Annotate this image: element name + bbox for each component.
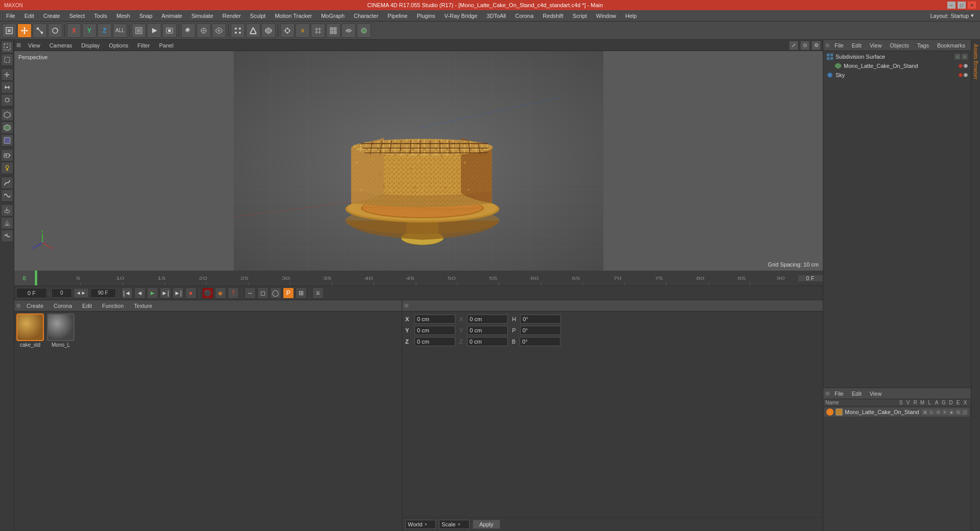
me-tab-edit[interactable]: Edit: [78, 302, 96, 310]
minimize-button[interactable]: −: [947, 2, 955, 9]
coord-x-size-field[interactable]: 0 cm: [467, 315, 508, 324]
vp-tab-view[interactable]: View: [24, 41, 44, 50]
scene-obj-sky[interactable]: Sky: [824, 70, 970, 80]
menu-motion-tracker[interactable]: Motion Tracker: [271, 12, 316, 20]
coord-z-size-field[interactable]: 0 cm: [467, 337, 508, 346]
lt-sculpt3[interactable]: [1, 230, 13, 242]
menu-help[interactable]: Help: [621, 12, 641, 20]
lt-selection[interactable]: [1, 41, 13, 53]
lt-move[interactable]: ✛: [1, 68, 13, 81]
coord-h-field[interactable]: 0°: [520, 315, 561, 324]
tb-edge-mode[interactable]: [246, 23, 260, 38]
mat-mgr-file[interactable]: File: [831, 390, 847, 397]
coord-y-size-field[interactable]: 0 cm: [467, 326, 508, 335]
menu-snap[interactable]: Snap: [135, 12, 157, 20]
tb-display-gouraud[interactable]: [181, 23, 195, 38]
mat-icon-6[interactable]: ⊡: [955, 409, 961, 415]
obj-mgr-tags[interactable]: Tags: [914, 42, 932, 49]
mat-icon-7[interactable]: ◻: [962, 409, 968, 415]
apply-button[interactable]: Apply: [473, 520, 500, 529]
coord-world-dropdown[interactable]: World ▾: [405, 520, 436, 529]
tb-point-mode[interactable]: [231, 23, 245, 38]
menu-edit[interactable]: Edit: [20, 12, 38, 20]
tb-more2[interactable]: [341, 23, 356, 38]
mat-icon-1[interactable]: ⊞: [922, 409, 928, 415]
material-item-mono[interactable]: Mono_L: [47, 313, 75, 348]
tb-rotate-tool[interactable]: [48, 23, 62, 38]
menu-mesh[interactable]: Mesh: [112, 12, 134, 20]
menu-create[interactable]: Create: [39, 12, 64, 20]
timeline-ruler[interactable]: 5 10 15 20 25 30 35 40 45 50 55 60 65 70: [35, 271, 797, 285]
lt-camera[interactable]: [1, 149, 13, 161]
cake-dot1[interactable]: [959, 64, 963, 68]
transport-go-start[interactable]: |◄: [121, 287, 133, 299]
transport-snap-k2[interactable]: ◻: [257, 287, 268, 299]
lt-scale[interactable]: [1, 81, 13, 93]
me-tab-create[interactable]: Create: [22, 302, 47, 310]
coord-x-pos-field[interactable]: 0 cm: [414, 315, 455, 324]
scene-obj-subdivision[interactable]: Subdivision Surface ✓ ✓: [824, 52, 970, 61]
transport-step-back[interactable]: ◄: [134, 287, 145, 299]
coord-b-field[interactable]: 0°: [520, 337, 560, 346]
lt-nurbs[interactable]: [1, 189, 13, 202]
transport-step-forward[interactable]: ►|: [160, 287, 171, 299]
vp-ctrl-3[interactable]: ⚙: [812, 41, 821, 50]
tb-snap[interactable]: [280, 23, 295, 38]
coord-p-field[interactable]: 0°: [520, 326, 561, 335]
menu-simulate[interactable]: Simulate: [187, 12, 217, 20]
tb-all-axes[interactable]: ALL: [113, 23, 127, 38]
transport-snap-k4[interactable]: P: [283, 287, 294, 299]
coord-scale-dropdown[interactable]: Scale ▾: [439, 520, 470, 529]
menu-3dtoall[interactable]: 3DToAll: [482, 12, 510, 20]
menu-character[interactable]: Character: [350, 12, 382, 20]
viewport-3d[interactable]: X Y Z Perspective Grid Spacing: 10 cm: [14, 51, 823, 271]
obj-mgr-objects[interactable]: Objects: [887, 42, 912, 49]
lt-polygon[interactable]: [1, 122, 13, 134]
mat-mgr-edit[interactable]: Edit: [849, 390, 865, 397]
mat-icon-5[interactable]: ◈: [948, 409, 954, 415]
lt-light[interactable]: [1, 162, 13, 174]
transport-key1[interactable]: ◈: [215, 287, 226, 299]
menu-corona[interactable]: Corona: [511, 12, 537, 20]
coord-z-pos-field[interactable]: 0 cm: [414, 337, 455, 346]
transport-go-end[interactable]: ►|: [173, 287, 184, 299]
obj-mgr-file[interactable]: File: [831, 42, 847, 49]
close-button[interactable]: ✕: [968, 2, 976, 9]
tb-x-axis[interactable]: X: [67, 23, 81, 38]
material-row-cake[interactable]: Mono_Latte_Cake_On_Stand ⊞ ▷ ⊙ ≡ ◈ ⊡ ◻: [824, 407, 970, 417]
transport-play-forward[interactable]: ►: [147, 287, 158, 299]
menu-vray[interactable]: V-Ray Bridge: [440, 12, 482, 20]
transport-snap-k3[interactable]: ◯: [270, 287, 281, 299]
me-tab-function[interactable]: Function: [98, 302, 128, 310]
obj-mgr-bookmarks[interactable]: Bookmarks: [934, 42, 968, 49]
current-frame-field[interactable]: 0 F: [16, 288, 47, 298]
transport-snap-k5[interactable]: ⊞: [296, 287, 307, 299]
menu-script[interactable]: Script: [569, 12, 591, 20]
lt-sculpt2[interactable]: [1, 217, 13, 229]
tb-coord-system[interactable]: S: [296, 23, 310, 38]
obj-mgr-view[interactable]: View: [867, 42, 885, 49]
tb-y-axis[interactable]: Y: [82, 23, 96, 38]
me-tab-corona[interactable]: Corona: [50, 302, 76, 310]
sub-checkmark2[interactable]: ✓: [962, 54, 968, 60]
lt-rectangle-sel[interactable]: [1, 54, 13, 66]
menu-window[interactable]: Window: [592, 12, 620, 20]
tb-move-tool[interactable]: [17, 23, 32, 38]
vp-ctrl-2[interactable]: ⊙: [800, 41, 810, 50]
mat-icon-3[interactable]: ⊙: [935, 409, 941, 415]
tb-render-view[interactable]: [147, 23, 161, 38]
menu-mograph[interactable]: MoGraph: [317, 12, 349, 20]
assets-browser-tab[interactable]: Assets Browser: [971, 40, 981, 83]
vp-tab-panel[interactable]: Panel: [155, 41, 178, 50]
frame-end-input[interactable]: [90, 288, 116, 298]
layout-selector[interactable]: Layout: Startup ▾: [930, 12, 978, 19]
transport-snap-keys[interactable]: ↔: [244, 287, 256, 299]
menu-sculpt[interactable]: Sculpt: [246, 12, 270, 20]
lt-rotate[interactable]: [1, 94, 13, 106]
coord-y-pos-field[interactable]: 0 cm: [414, 326, 455, 335]
vp-tab-cameras[interactable]: Cameras: [45, 41, 77, 50]
obj-mgr-edit[interactable]: Edit: [849, 42, 865, 49]
lt-sculpt1[interactable]: [1, 204, 13, 216]
tb-grid[interactable]: [311, 23, 325, 38]
me-tab-texture[interactable]: Texture: [130, 302, 156, 310]
